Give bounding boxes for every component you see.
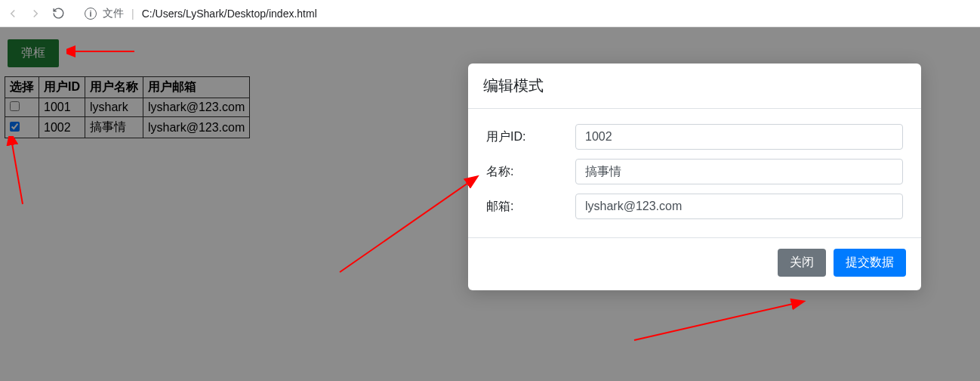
forward-icon[interactable] (29, 7, 42, 20)
url-scheme-label: 文件 (103, 7, 124, 20)
info-icon[interactable]: i (85, 8, 97, 20)
address-bar[interactable]: i 文件 | C:/Users/LyShark/Desktop/index.ht… (74, 7, 974, 20)
label-useremail: 邮箱: (486, 199, 575, 215)
input-userid[interactable] (575, 124, 903, 150)
modal-footer: 关闭 提交数据 (468, 237, 921, 290)
url-path: C:/Users/LyShark/Desktop/index.html (142, 8, 317, 20)
back-icon[interactable] (6, 7, 20, 20)
input-username[interactable] (575, 159, 903, 184)
modal-body: 用户ID: 名称: 邮箱: (468, 109, 921, 237)
label-userid: 用户ID: (486, 129, 575, 145)
url-separator: | (131, 8, 134, 20)
modal-title: 编辑模式 (468, 64, 921, 109)
browser-toolbar: i 文件 | C:/Users/LyShark/Desktop/index.ht… (0, 0, 980, 27)
label-username: 名称: (486, 164, 575, 180)
input-useremail[interactable] (575, 194, 903, 219)
close-button[interactable]: 关闭 (778, 249, 826, 277)
submit-button[interactable]: 提交数据 (834, 249, 906, 277)
reload-icon[interactable] (51, 7, 65, 20)
edit-modal: 编辑模式 用户ID: 名称: 邮箱: 关闭 提交数据 (468, 64, 921, 290)
